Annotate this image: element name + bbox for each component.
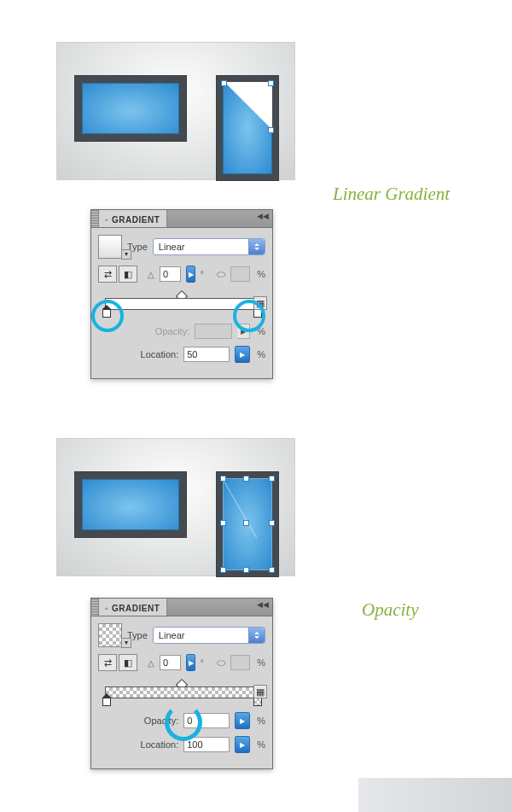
selection-handle[interactable] <box>243 520 249 526</box>
gradient-bar[interactable] <box>105 686 259 698</box>
location-stepper[interactable]: ▶ <box>235 346 250 363</box>
selection-handle[interactable] <box>243 567 249 573</box>
window-frame <box>74 471 187 538</box>
degree-symbol: ° <box>201 658 204 668</box>
dropdown-arrows-icon <box>248 239 265 254</box>
percent-symbol: % <box>257 326 265 336</box>
window-glass <box>82 83 179 134</box>
gradient-stop-right[interactable] <box>253 698 262 708</box>
location-input[interactable]: 100 <box>183 737 230 752</box>
door-highlight-triangle <box>223 82 272 174</box>
type-value: Linear <box>159 630 185 640</box>
type-select[interactable]: Linear <box>153 627 265 644</box>
angle-stepper[interactable]: ▶ <box>186 654 195 671</box>
aspect-icon: ⬭ <box>217 657 225 669</box>
selection-handle[interactable] <box>269 567 275 573</box>
angle-input[interactable]: 0 <box>160 266 181 282</box>
panel-title: GRADIENT <box>112 604 160 613</box>
selection-handle[interactable] <box>220 567 226 573</box>
illustration-bottom <box>56 438 295 576</box>
gradient-panel-2: ◦ GRADIENT ◀◀ ▾ Type Linear ⇄ ◧ △ 0 ▶ ° … <box>90 598 273 769</box>
aspect-input[interactable] <box>230 655 251 670</box>
percent-symbol: % <box>257 269 265 279</box>
percent-symbol: % <box>257 349 265 359</box>
type-value: Linear <box>159 242 185 252</box>
panel-tab-gradient[interactable]: ◦ GRADIENT <box>99 599 167 616</box>
door-frame <box>216 75 279 181</box>
selection-handle[interactable] <box>220 520 226 526</box>
location-label: Location: <box>141 739 179 750</box>
dropdown-arrows-icon <box>248 628 265 643</box>
angle-stepper[interactable]: ▶ <box>186 266 195 283</box>
type-select[interactable]: Linear <box>153 238 265 255</box>
swatch-menu-icon[interactable]: ▾ <box>121 249 131 260</box>
panel-collapse-icon[interactable]: ◀◀ <box>257 600 269 609</box>
gradient-swatch[interactable]: ▾ <box>98 623 122 647</box>
panel-grip[interactable] <box>91 599 99 616</box>
location-label: Location: <box>141 349 179 359</box>
opacity-label: Opacity: <box>155 326 189 336</box>
reverse-gradient-button[interactable]: ⇄ <box>98 266 117 283</box>
selection-handle[interactable] <box>221 80 227 86</box>
opacity-popup-icon[interactable]: ▶ <box>237 324 250 339</box>
angle-icon: △ <box>148 270 154 279</box>
panel-title: GRADIENT <box>112 215 160 225</box>
reverse-gradient-button[interactable]: ⇄ <box>98 654 117 671</box>
percent-symbol: % <box>257 657 265 668</box>
gradient-ramp[interactable]: ▦ <box>100 289 264 318</box>
aspect-icon: ⬭ <box>217 268 225 280</box>
gradient-stop-left[interactable] <box>102 698 111 708</box>
angle-input[interactable]: 0 <box>160 655 181 670</box>
panel-grip[interactable] <box>91 210 99 227</box>
selection-handle[interactable] <box>269 520 275 526</box>
gradient-bar[interactable] <box>105 298 259 310</box>
degree-symbol: ° <box>201 270 204 279</box>
annotation-opacity: Opacity <box>362 599 418 621</box>
gradient-ramp[interactable]: ▦ <box>100 678 264 707</box>
gradient-stop-left[interactable] <box>102 309 111 319</box>
selection-handle[interactable] <box>268 127 274 133</box>
add-stop-button[interactable]: ▦ <box>253 685 267 698</box>
window-frame <box>74 75 187 142</box>
illustration-top <box>56 42 295 180</box>
gradient-swatch[interactable]: ▾ <box>98 235 122 259</box>
percent-symbol: % <box>257 716 265 726</box>
gradient-panel-1: ◦ GRADIENT ◀◀ ▾ Type Linear ⇄ ◧ △ 0 ▶ ° … <box>90 209 273 379</box>
aspect-input[interactable] <box>230 266 251 282</box>
annotation-linear-gradient: Linear Gradient <box>333 184 450 205</box>
opacity-input[interactable]: 0 <box>183 713 230 728</box>
panel-tabbar: ◦ GRADIENT ◀◀ <box>91 599 272 616</box>
opacity-label: Opacity: <box>144 716 178 726</box>
gradient-options-button[interactable]: ◧ <box>119 266 137 283</box>
window-glass <box>82 479 179 530</box>
swatch-menu-icon[interactable]: ▾ <box>121 638 131 648</box>
door-frame <box>216 471 279 577</box>
selection-handle[interactable] <box>269 476 275 482</box>
add-stop-button[interactable]: ▦ <box>253 296 267 310</box>
selection-handle[interactable] <box>268 80 274 86</box>
opacity-input[interactable] <box>195 324 232 339</box>
opacity-stepper[interactable]: ▶ <box>235 712 250 729</box>
location-input[interactable]: 50 <box>183 347 230 362</box>
selection-handle[interactable] <box>243 476 249 482</box>
panel-tab-gradient[interactable]: ◦ GRADIENT <box>99 210 167 227</box>
angle-icon: △ <box>148 658 154 668</box>
gradient-stop-right[interactable] <box>253 309 262 319</box>
panel-tabbar: ◦ GRADIENT ◀◀ <box>91 210 272 228</box>
panel-collapse-icon[interactable]: ◀◀ <box>257 212 269 220</box>
location-stepper[interactable]: ▶ <box>235 736 250 753</box>
percent-symbol: % <box>257 739 265 750</box>
selection-handle[interactable] <box>220 476 226 482</box>
gradient-options-button[interactable]: ◧ <box>119 654 137 671</box>
decorative-bottom-strip <box>358 778 512 812</box>
